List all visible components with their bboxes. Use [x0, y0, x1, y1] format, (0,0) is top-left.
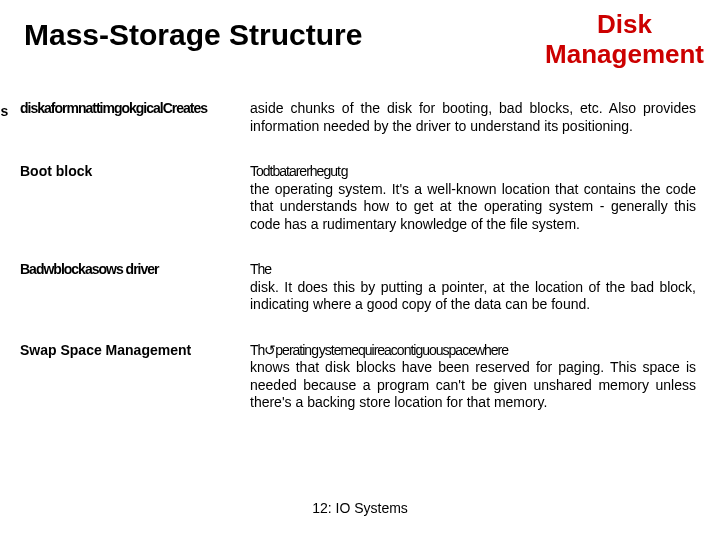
desc-text: aside chunks of the disk for booting, ba… — [250, 100, 696, 134]
desc-bad-blocks: The disk. It does this by putting a poin… — [250, 261, 720, 314]
desc-disk-formatting: aside chunks of the disk for booting, ba… — [250, 100, 720, 135]
label-text: Boot block — [20, 163, 92, 179]
desc-lead: Todtbatarerhegut g — [250, 163, 348, 179]
section-title-line1: Disk — [597, 9, 652, 39]
section-title: Disk Management — [545, 10, 704, 70]
row-disk-formatting: diskaformnattimgokgicalCreates aside chu… — [0, 100, 720, 135]
label-disk-formatting: diskaformnattimgokgicalCreates — [0, 100, 250, 116]
row-swap-space: Swap Space Management Th↺perating ysteme… — [0, 342, 720, 412]
main-title: Mass-Storage Structure — [24, 18, 362, 52]
slide-root: Mass-Storage Structure Disk Management g… — [0, 0, 720, 540]
body-content: diskaformnattimgokgicalCreates aside chu… — [0, 100, 720, 440]
row-boot-block: Boot block Todtbatarerhegut g the operat… — [0, 163, 720, 233]
desc-swap-space: Th↺perating ystemequireacontiguouspacewh… — [250, 342, 720, 412]
desc-text: the operating system. It's a well-known … — [250, 181, 696, 232]
label-text: Badwblockasows driver — [20, 261, 159, 277]
section-title-line2: Management — [545, 39, 704, 69]
footer-text: 12: IO Systems — [0, 500, 720, 516]
label-boot-block: Boot block — [0, 163, 250, 179]
label-swap-space: Swap Space Management — [0, 342, 250, 358]
label-text: Swap Space Management — [20, 342, 191, 358]
desc-lead: The — [250, 261, 271, 277]
desc-lead: Th↺perating ystemequireacontiguouspacewh… — [250, 342, 508, 358]
label-bad-blocks: Badwblockasows driver — [0, 261, 250, 277]
label-text: diskaformnattimgokgicalCreates — [20, 100, 207, 116]
desc-boot-block: Todtbatarerhegut g the operating system.… — [250, 163, 720, 233]
desc-text: disk. It does this by putting a pointer,… — [250, 279, 696, 313]
row-bad-blocks: Badwblockasows driver The disk. It does … — [0, 261, 720, 314]
desc-text: knows that disk blocks have been reserve… — [250, 359, 696, 410]
